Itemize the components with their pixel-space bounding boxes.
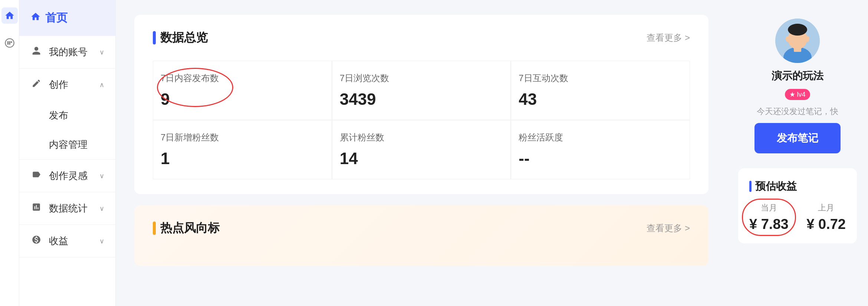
home-icon — [30, 11, 41, 24]
stat-7day-interact-value: 43 — [519, 90, 682, 109]
stat-7day-publish: 7日内容发布数 9 — [153, 61, 332, 120]
sidebar-item-publish[interactable]: 发布 — [19, 101, 115, 130]
stat-fans-activity-label: 粉丝活跃度 — [519, 132, 682, 143]
svg-point-2 — [9, 41, 10, 43]
hotspot-card: 热点风向标 查看更多 > — [134, 205, 708, 266]
svg-point-3 — [10, 41, 12, 43]
sidebar-item-home[interactable]: 首页 — [19, 0, 115, 36]
stat-total-fans: 累计粉丝数 14 — [332, 120, 511, 179]
content-mgmt-label: 内容管理 — [49, 138, 88, 151]
last-month-amount: ¥ 0.72 — [806, 216, 846, 232]
revenue-section-title: 预估收益 — [749, 179, 846, 193]
sidebar: 首页 我的账号 ∨ 创作 ∧ 发布 内容管理 — [19, 0, 116, 306]
stat-7day-new-fans-value: 1 — [161, 149, 324, 168]
sidebar-item-create[interactable]: 创作 ∧ — [19, 69, 115, 101]
hotspot-more[interactable]: 查看更多 > — [647, 222, 690, 234]
stat-7day-new-fans: 7日新增粉丝数 1 — [153, 120, 332, 179]
user-badge: ★ lv4 — [785, 89, 810, 100]
hotspot-title: 热点风向标 — [153, 220, 220, 236]
inspiration-chevron: ∨ — [99, 172, 104, 180]
svg-point-1 — [7, 41, 9, 43]
stat-7day-views: 7日浏览次数 3439 — [332, 61, 511, 120]
current-month-amount: ¥ 7.83 — [749, 216, 789, 232]
create-icon — [30, 79, 42, 91]
stat-7day-publish-label: 7日内容发布数 — [161, 72, 324, 84]
home-nav-icon[interactable] — [1, 7, 18, 24]
revenue-icon — [30, 235, 42, 247]
sidebar-item-account[interactable]: 我的账号 ∨ — [19, 36, 115, 68]
hotspot-title-bar — [153, 222, 156, 235]
badge-star: ★ — [789, 90, 795, 99]
sidebar-item-content-mgmt[interactable]: 内容管理 — [19, 130, 115, 159]
badge-level: lv4 — [797, 91, 805, 99]
stat-7day-publish-value: 9 — [161, 90, 324, 109]
svg-point-12 — [805, 36, 809, 42]
user-avatar — [775, 19, 820, 63]
revenue-label: 收益 — [49, 235, 93, 247]
stat-7day-interact: 7日互动次数 43 — [511, 61, 690, 120]
right-panel: 演示的玩法 ★ lv4 今天还没发过笔记，快 发布笔记 预估收益 当月 ¥ 7.… — [727, 0, 868, 306]
main-content: 数据总览 查看更多 > 7日内容发布数 9 7日浏览次数 3439 7日互动次数… — [116, 0, 727, 306]
title-bar-decoration — [153, 31, 156, 44]
publish-note-button[interactable]: 发布笔记 — [754, 123, 841, 153]
revenue-section: 预估收益 当月 ¥ 7.83 上月 ¥ 0.72 — [738, 168, 857, 243]
sidebar-group-data-stats: 数据统计 ∨ — [19, 192, 115, 225]
revenue-row: 当月 ¥ 7.83 上月 ¥ 0.72 — [749, 202, 846, 232]
username: 演示的玩法 — [772, 69, 823, 83]
stat-7day-interact-label: 7日互动次数 — [519, 72, 682, 84]
sidebar-group-create: 创作 ∧ 发布 内容管理 — [19, 69, 115, 160]
stat-total-fans-label: 累计粉丝数 — [340, 132, 503, 143]
current-month-revenue: 当月 ¥ 7.83 — [749, 202, 789, 232]
last-month-label: 上月 — [818, 202, 834, 213]
account-icon — [30, 46, 42, 58]
stat-7day-views-value: 3439 — [340, 90, 503, 109]
data-stats-label: 数据统计 — [49, 202, 93, 215]
current-month-label: 当月 — [761, 202, 777, 213]
svg-point-11 — [786, 36, 790, 42]
sidebar-group-account: 我的账号 ∨ — [19, 36, 115, 69]
hotspot-header: 热点风向标 查看更多 > — [153, 220, 690, 236]
sidebar-item-revenue[interactable]: 收益 ∨ — [19, 225, 115, 257]
data-overview-more[interactable]: 查看更多 > — [647, 32, 690, 44]
data-overview-header: 数据总览 查看更多 > — [153, 30, 690, 46]
create-chevron: ∧ — [99, 81, 104, 89]
revenue-title-bar — [749, 181, 752, 192]
svg-point-10 — [788, 24, 807, 36]
account-label: 我的账号 — [49, 46, 93, 59]
data-stats-icon — [30, 202, 42, 214]
icon-bar — [0, 0, 19, 306]
data-stats-chevron: ∨ — [99, 204, 104, 213]
last-month-revenue: 上月 ¥ 0.72 — [806, 202, 846, 232]
sidebar-item-data-stats[interactable]: 数据统计 ∨ — [19, 192, 115, 224]
sidebar-group-inspiration: 创作灵感 ∨ — [19, 160, 115, 192]
stat-fans-activity: 粉丝活跃度 -- — [511, 120, 690, 179]
account-chevron: ∨ — [99, 48, 104, 56]
svg-point-4 — [7, 43, 9, 45]
avatar-section: 演示的玩法 ★ lv4 今天还没发过笔记，快 发布笔记 — [747, 11, 848, 161]
revenue-chevron: ∨ — [99, 237, 104, 245]
svg-point-5 — [9, 43, 10, 45]
sidebar-group-revenue: 收益 ∨ — [19, 225, 115, 257]
stats-grid: 7日内容发布数 9 7日浏览次数 3439 7日互动次数 43 7日新增粉丝数 … — [153, 61, 690, 179]
publish-sub-label: 发布 — [49, 109, 68, 122]
sidebar-home-label: 首页 — [45, 10, 68, 26]
stat-7day-new-fans-label: 7日新增粉丝数 — [161, 132, 324, 143]
sidebar-item-inspiration[interactable]: 创作灵感 ∨ — [19, 160, 115, 192]
create-label: 创作 — [49, 78, 93, 91]
stat-total-fans-value: 14 — [340, 149, 503, 168]
inspiration-label: 创作灵感 — [49, 169, 93, 182]
inspiration-icon — [30, 170, 42, 182]
data-overview-card: 数据总览 查看更多 > 7日内容发布数 9 7日浏览次数 3439 7日互动次数… — [134, 15, 708, 194]
stat-7day-views-label: 7日浏览次数 — [340, 72, 503, 84]
stat-fans-activity-value: -- — [519, 149, 682, 168]
hint-text: 今天还没发过笔记，快 — [757, 106, 838, 117]
apps-nav-icon[interactable] — [1, 35, 18, 51]
data-overview-title: 数据总览 — [153, 30, 208, 46]
